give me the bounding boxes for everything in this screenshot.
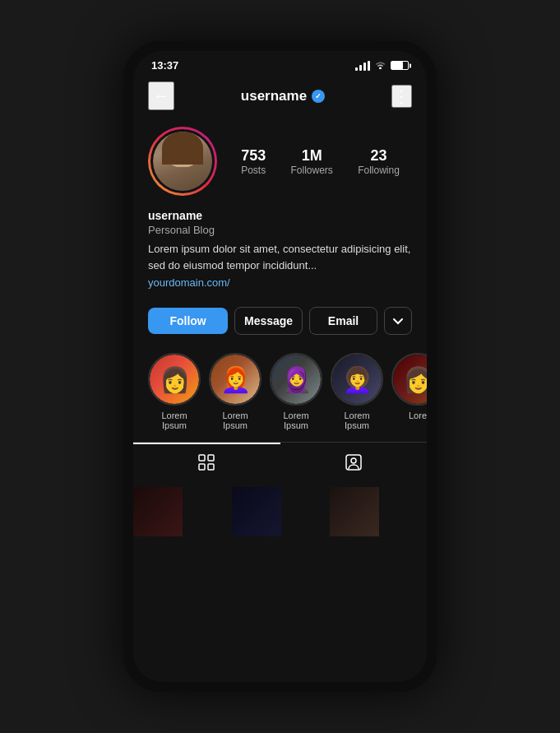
story-label-5: Lore <box>409 411 427 420</box>
posts-label: Posts <box>241 165 266 176</box>
avatar-container <box>148 127 217 196</box>
nav-username-area: username <box>241 88 325 104</box>
signal-icon <box>355 61 370 71</box>
story-avatar-4: 👩‍🦱 <box>331 353 383 406</box>
avatar[interactable] <box>150 129 215 193</box>
stat-followers[interactable]: 1M Followers <box>290 147 332 176</box>
svg-rect-0 <box>199 455 205 461</box>
stat-following[interactable]: 23 Following <box>358 147 400 176</box>
following-label: Following <box>358 165 400 176</box>
tab-tagged[interactable] <box>280 443 428 487</box>
svg-point-5 <box>351 458 356 463</box>
following-value: 23 <box>358 147 400 165</box>
chevron-button[interactable] <box>384 307 412 335</box>
stats-area: 753 Posts 1M Followers 23 Following <box>229 147 412 176</box>
grid-cell[interactable] <box>330 487 379 536</box>
story-avatar-2: 👩‍🦰 <box>209 353 261 406</box>
nav-username: username <box>241 88 307 104</box>
nav-header: ← username ⋮ <box>133 75 427 117</box>
followers-label: Followers <box>290 165 332 176</box>
back-button[interactable]: ← <box>148 81 174 110</box>
story-item[interactable]: 👩 Lorem Ipsum <box>148 353 201 430</box>
bio-section: username Personal Blog Lorem ipsum dolor… <box>133 206 427 300</box>
avatar-face <box>153 132 212 191</box>
svg-rect-3 <box>208 464 214 470</box>
wifi-icon <box>374 59 386 72</box>
email-button[interactable]: Email <box>309 307 377 335</box>
stories-row: 👩 Lorem Ipsum 👩‍🦰 Lorem Ipsum 🧕 Lorem Ip… <box>133 346 427 442</box>
bio-username: username <box>148 209 412 222</box>
grid-cell[interactable] <box>133 487 183 536</box>
posts-value: 753 <box>241 147 266 165</box>
story-item[interactable]: 🧕 Lorem Ipsum <box>270 353 322 430</box>
profile-content: 753 Posts 1M Followers 23 Following user… <box>133 117 427 682</box>
tab-bar <box>133 442 427 487</box>
story-label-1: Lorem Ipsum <box>148 411 201 430</box>
stat-posts[interactable]: 753 Posts <box>241 147 266 176</box>
story-avatar-1: 👩 <box>148 353 201 406</box>
story-avatar-3: 🧕 <box>270 353 322 406</box>
action-buttons: Follow Message Email <box>133 300 427 346</box>
bio-text: Lorem ipsum dolor sit amet, consectetur … <box>148 241 412 273</box>
grid-preview <box>133 487 427 536</box>
bio-category: Personal Blog <box>148 224 412 236</box>
story-avatar-5: 👩 <box>391 353 427 406</box>
story-item[interactable]: 👩‍🦰 Lorem Ipsum <box>209 353 261 430</box>
battery-icon <box>391 61 409 70</box>
svg-rect-2 <box>199 464 205 470</box>
story-item[interactable]: 👩‍🦱 Lorem Ipsum <box>331 353 383 430</box>
verified-badge <box>312 90 325 103</box>
status-time: 13:37 <box>151 59 178 72</box>
story-label-3: Lorem Ipsum <box>270 411 322 430</box>
story-label-4: Lorem Ipsum <box>331 411 383 430</box>
message-button[interactable]: Message <box>234 307 303 335</box>
grid-cell[interactable] <box>232 487 281 536</box>
story-item[interactable]: 👩 Lore <box>391 353 427 430</box>
svg-rect-1 <box>208 455 214 461</box>
person-tag-icon <box>344 452 363 477</box>
status-bar: 13:37 <box>133 51 427 75</box>
more-button[interactable]: ⋮ <box>391 85 412 108</box>
profile-top: 753 Posts 1M Followers 23 Following <box>133 117 427 206</box>
follow-button[interactable]: Follow <box>148 308 228 334</box>
bio-link[interactable]: yourdomain.com/ <box>148 276 412 289</box>
story-label-2: Lorem Ipsum <box>209 411 261 430</box>
grid-icon <box>197 452 216 477</box>
tab-grid[interactable] <box>133 443 280 487</box>
avatar-ring <box>148 127 217 196</box>
followers-value: 1M <box>290 147 332 165</box>
status-icons <box>355 59 409 72</box>
